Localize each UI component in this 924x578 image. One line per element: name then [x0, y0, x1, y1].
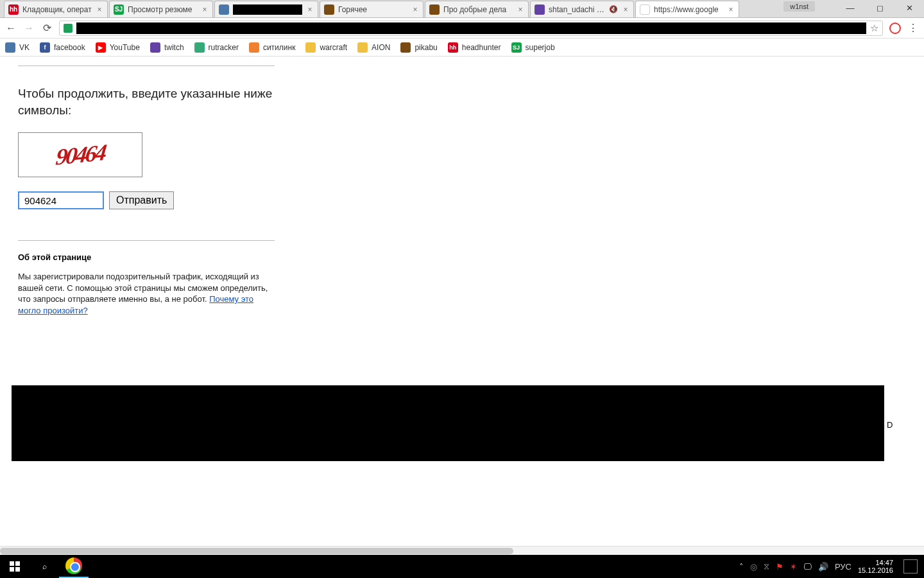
tab-favicon: hh [8, 4, 19, 15]
address-bar[interactable]: ☆ [59, 21, 883, 36]
tab-close[interactable]: × [517, 5, 524, 14]
captcha-form: Отправить [18, 191, 275, 209]
window-close[interactable]: ✕ [894, 0, 924, 15]
browser-tab[interactable]: SJПросмотр резюме× [109, 1, 213, 17]
tab-title: Просмотр резюме [128, 5, 197, 14]
browser-tab[interactable]: × [214, 1, 318, 17]
browser-toolbar: ← → ⟳ ☆ ⋮ [0, 18, 924, 39]
tab-favicon [535, 4, 545, 15]
bookmark-item[interactable]: hhheadhunter [448, 42, 501, 53]
submit-button[interactable]: Отправить [109, 191, 174, 209]
bookmark-icon: f [40, 42, 50, 53]
page-viewport: Чтобы продолжить, введите указанные ниже… [0, 57, 924, 555]
tray-volume-icon[interactable]: 🔊 [818, 562, 828, 572]
search-icon: ⌕ [42, 562, 47, 571]
bookmark-label: superjob [526, 43, 555, 52]
tray-app-icon[interactable]: ◎ [750, 562, 757, 572]
divider [18, 66, 275, 66]
browser-menu[interactable]: ⋮ [907, 22, 919, 34]
bookmark-icon [357, 42, 368, 53]
start-button[interactable] [0, 555, 30, 578]
about-text: Мы зарегистрировали подозрительный трафи… [18, 271, 275, 316]
tab-favicon: SJ [114, 4, 124, 15]
bookmark-label: facebook [54, 43, 85, 52]
tab-close[interactable]: × [622, 5, 629, 14]
browser-tab[interactable]: Ghttps://www.google× [635, 1, 739, 17]
bookmark-item[interactable]: warcraft [305, 42, 347, 53]
window-controls: — ◻ ✕ [835, 0, 924, 15]
tab-close[interactable]: × [306, 5, 314, 14]
svg-rect-2 [10, 567, 14, 572]
tab-close[interactable]: × [727, 5, 735, 14]
bookmark-star-icon[interactable]: ☆ [870, 22, 878, 34]
divider [18, 240, 275, 241]
bookmark-label: rutracker [209, 43, 239, 52]
captcha-input[interactable] [18, 191, 104, 209]
extension-icon[interactable] [889, 22, 901, 34]
bookmark-icon: hh [448, 42, 458, 53]
bookmark-label: headhunter [462, 43, 501, 52]
svg-rect-0 [10, 561, 14, 566]
tab-title: Горячее [338, 5, 407, 14]
bookmark-label: ситилинк [263, 43, 295, 52]
clock-time: 14:47 [875, 559, 893, 566]
bookmark-item[interactable]: rutracker [194, 42, 239, 53]
horizontal-scrollbar[interactable] [0, 546, 924, 555]
tab-favicon [324, 4, 334, 15]
redacted-block [12, 385, 884, 461]
tray-app-icon[interactable]: ⧖ [764, 561, 769, 572]
taskbar-chrome[interactable] [59, 555, 89, 578]
window-minimize[interactable]: — [835, 0, 865, 15]
nav-back[interactable]: ← [5, 22, 17, 34]
bookmark-item[interactable]: ▶YouTube [96, 42, 140, 53]
svg-rect-1 [15, 561, 20, 566]
window-maximize[interactable]: ◻ [865, 0, 894, 15]
mute-icon[interactable]: 🔇 [609, 5, 618, 13]
stray-letter: D [887, 420, 893, 430]
tab-title: Про добрые дела [443, 5, 513, 14]
bookmark-icon [305, 42, 316, 53]
bookmark-item[interactable]: SJsuperjob [511, 42, 555, 53]
clock-date: 15.12.2016 [858, 566, 893, 574]
bookmarks-bar: VKffacebook▶YouTubetwitchrutrackerситили… [0, 39, 924, 57]
bookmark-icon [400, 42, 411, 53]
bookmark-item[interactable]: ffacebook [40, 42, 85, 53]
tray-flag-icon[interactable]: ⚑ [776, 562, 783, 572]
tab-title: https://www.google [654, 5, 723, 14]
bookmark-item[interactable]: pikabu [400, 42, 437, 53]
bookmark-label: pikabu [415, 43, 437, 52]
browser-tab[interactable]: Горячее× [320, 1, 424, 17]
tab-title: Кладовщик, операт [22, 5, 92, 14]
profile-badge[interactable]: w1nst [783, 1, 815, 12]
bookmark-label: warcraft [320, 43, 347, 52]
action-center-icon[interactable] [903, 559, 918, 574]
tray-app-icon[interactable]: ✶ [790, 562, 797, 572]
browser-tab[interactable]: shtan_udachi - Tv🔇× [530, 1, 634, 17]
tab-close[interactable]: × [411, 5, 419, 14]
scroll-thumb[interactable] [0, 548, 513, 554]
system-tray: ˄ ◎ ⧖ ⚑ ✶ 🖵 🔊 РУС 14:47 15.12.2016 [739, 559, 924, 574]
bookmark-item[interactable]: twitch [150, 42, 184, 53]
search-button[interactable]: ⌕ [30, 555, 59, 578]
bookmark-item[interactable]: ситилинк [249, 42, 295, 53]
bookmark-item[interactable]: VK [5, 42, 30, 53]
browser-tab[interactable]: Про добрые дела× [425, 1, 529, 17]
bookmark-icon [5, 42, 15, 53]
bookmark-label: VK [19, 43, 30, 52]
bookmark-icon [150, 42, 160, 53]
bookmark-icon [194, 42, 205, 53]
tab-title: shtan_udachi - Tv [549, 5, 605, 14]
bookmark-item[interactable]: AION [357, 42, 390, 53]
tab-close[interactable]: × [96, 5, 103, 14]
nav-reload[interactable]: ⟳ [41, 22, 53, 34]
tray-language[interactable]: РУС [835, 562, 851, 572]
about-heading: Об этой странице [18, 252, 275, 262]
url-redacted [76, 22, 866, 34]
browser-tab[interactable]: hhКладовщик, операт× [4, 1, 108, 17]
tray-clock[interactable]: 14:47 15.12.2016 [858, 559, 893, 574]
nav-forward[interactable]: → [23, 22, 35, 34]
tab-close[interactable]: × [201, 5, 209, 14]
captcha-prompt: Чтобы продолжить, введите указанные ниже… [18, 85, 275, 118]
tray-display-icon[interactable]: 🖵 [803, 562, 812, 572]
tray-chevron-icon[interactable]: ˄ [739, 562, 744, 572]
